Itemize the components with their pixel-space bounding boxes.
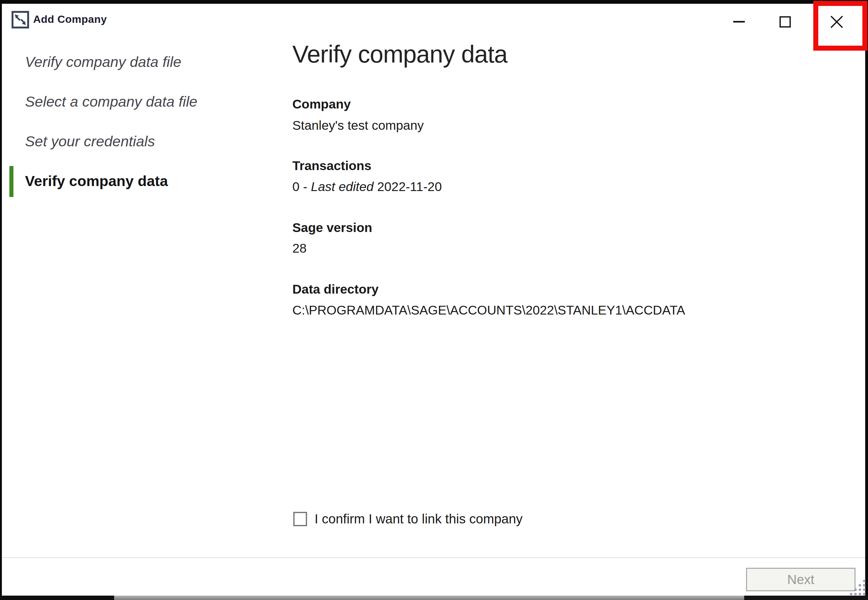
resize-grip-icon[interactable] — [848, 577, 867, 597]
window-border-top — [0, 0, 868, 4]
window-border-left — [0, 0, 2, 600]
window-border-right — [865, 0, 868, 600]
minimize-icon — [733, 21, 745, 23]
transactions-separator: - — [300, 179, 311, 194]
step-verify-company-data-file: Verify company data file — [25, 53, 181, 70]
transactions-value: 0 - Last edited 2022-11-20 — [292, 179, 442, 194]
company-value: Stanley's test company — [292, 118, 424, 133]
data-directory-label: Data directory — [292, 282, 379, 297]
last-edited-label: Last edited — [311, 179, 374, 194]
step-set-your-credentials: Set your credentials — [25, 133, 155, 150]
add-company-icon — [11, 11, 29, 29]
next-button[interactable]: Next — [746, 568, 856, 591]
maximize-button[interactable] — [771, 4, 799, 38]
confirm-link-checkbox[interactable] — [293, 512, 307, 526]
step-select-a-company-data-file: Select a company data file — [25, 93, 197, 110]
sage-version-value: 28 — [292, 241, 307, 256]
confirm-link-label[interactable]: I confirm I want to link this company — [315, 512, 523, 527]
maximize-icon — [780, 16, 791, 27]
step-verify-company-data: Verify company data — [25, 172, 168, 189]
active-step-indicator — [9, 166, 14, 197]
company-label: Company — [292, 97, 351, 112]
annotation-highlight — [813, 1, 867, 51]
transactions-count: 0 — [292, 179, 300, 194]
window-title: Add Company — [33, 13, 107, 25]
footer-divider — [2, 557, 865, 558]
data-directory-value: C:\PROGRAMDATA\SAGE\ACCOUNTS\2022\STANLE… — [292, 303, 685, 318]
confirm-link-row[interactable]: I confirm I want to link this company — [293, 512, 523, 527]
window-border-bottom — [0, 595, 114, 600]
title-bar[interactable]: Add Company — [2, 4, 865, 38]
last-edited-date: 2022-11-20 — [374, 179, 442, 194]
add-company-dialog: Add Company Verify company data file Sel… — [0, 0, 868, 600]
transactions-label: Transactions — [292, 159, 371, 173]
sage-version-label: Sage version — [292, 220, 372, 235]
page-title: Verify company data — [292, 40, 507, 68]
window-border-bottom — [114, 595, 744, 600]
minimize-button[interactable] — [725, 4, 753, 38]
